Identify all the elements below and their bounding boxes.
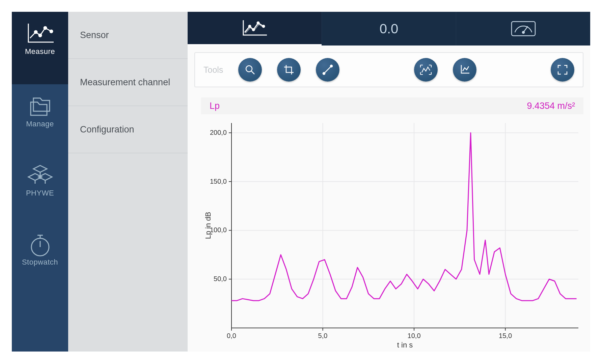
tools-label: Tools <box>203 65 223 75</box>
nav-item-stopwatch[interactable]: Stopwatch <box>12 222 68 292</box>
tool-fit[interactable] <box>414 58 438 82</box>
line-chart-icon <box>241 19 268 37</box>
svg-text:100,0: 100,0 <box>210 226 227 234</box>
svg-point-7 <box>257 22 259 24</box>
series-current-value: 9.4354 m/s² <box>527 101 575 111</box>
svg-text:200,0: 200,0 <box>210 129 227 136</box>
tool-axes[interactable] <box>453 58 476 82</box>
tab-numeric-label: 0.0 <box>380 21 399 36</box>
submenu-label: Configuration <box>80 124 134 135</box>
tool-fullscreen[interactable] <box>551 58 574 82</box>
submenu-item-sensor[interactable]: Sensor <box>68 12 188 59</box>
svg-point-0 <box>34 31 37 33</box>
tab-graph[interactable] <box>188 12 322 46</box>
nav-label: PHYWE <box>12 189 68 205</box>
top-tabs: 0.0 <box>188 12 590 46</box>
nav-item-manage[interactable]: Manage <box>12 84 68 153</box>
nav-label: Manage <box>12 120 68 136</box>
cubes-icon <box>12 162 68 189</box>
chart[interactable]: 0,05,010,015,050,0100,0150,0200,0t in sL… <box>201 120 583 352</box>
nav-item-phywe[interactable]: PHYWE <box>12 153 68 222</box>
stopwatch-icon <box>12 231 68 258</box>
gauge-icon <box>510 20 537 37</box>
tab-gauge[interactable] <box>456 12 590 46</box>
submenu: Sensor Measurement channel Configuration <box>68 12 188 352</box>
svg-text:t in s: t in s <box>397 341 413 349</box>
tool-crop[interactable] <box>277 58 301 82</box>
submenu-item-configuration[interactable]: Configuration <box>68 106 188 153</box>
tool-zoom[interactable] <box>238 58 262 82</box>
svg-text:0,0: 0,0 <box>227 332 236 339</box>
svg-text:50,0: 50,0 <box>214 275 227 282</box>
svg-point-1 <box>39 34 42 37</box>
fit-graph-icon <box>419 64 433 76</box>
series-label: Lp <box>210 101 220 111</box>
zoom-icon <box>244 64 256 76</box>
crop-icon <box>283 64 295 76</box>
nav-label: Stopwatch <box>12 258 68 274</box>
svg-point-3 <box>50 30 53 33</box>
line-segment-icon <box>322 64 334 76</box>
submenu-label: Sensor <box>80 30 109 40</box>
chart-header: Lp 9.4354 m/s² <box>201 97 583 114</box>
svg-text:Lp in dB: Lp in dB <box>204 212 212 239</box>
svg-text:10,0: 10,0 <box>408 332 421 339</box>
nav-item-measure[interactable]: Measure <box>12 12 68 84</box>
svg-text:15,0: 15,0 <box>499 332 512 339</box>
svg-text:150,0: 150,0 <box>210 178 227 185</box>
tab-numeric[interactable]: 0.0 <box>322 12 456 46</box>
svg-point-12 <box>323 72 325 74</box>
folders-icon <box>12 93 68 120</box>
svg-point-5 <box>249 25 251 27</box>
svg-point-10 <box>522 31 524 33</box>
svg-point-13 <box>330 65 332 67</box>
tools-bar: Tools <box>194 52 583 87</box>
submenu-item-measurement-channel[interactable]: Measurement channel <box>68 59 188 106</box>
nav-label: Measure <box>12 47 68 63</box>
axes-icon <box>459 64 471 76</box>
tool-line[interactable] <box>316 58 339 82</box>
main-area: 0.0 Tools <box>188 12 590 352</box>
line-chart-icon <box>12 20 68 47</box>
fullscreen-icon <box>556 64 569 76</box>
submenu-label: Measurement channel <box>80 77 170 88</box>
nav-rail: Measure Manage PHYWE Stopw <box>12 12 68 352</box>
svg-text:5,0: 5,0 <box>318 332 328 339</box>
svg-point-11 <box>246 66 252 72</box>
svg-point-2 <box>44 27 47 29</box>
